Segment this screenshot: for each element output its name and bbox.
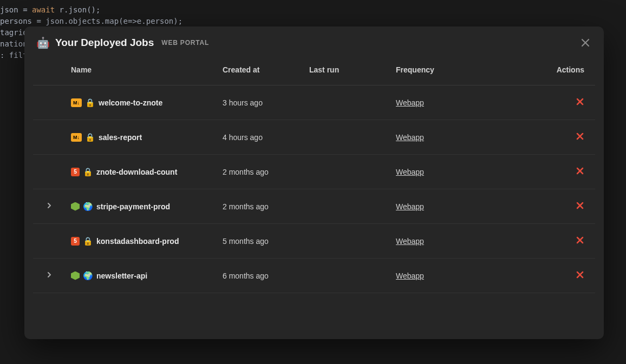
expand-cell[interactable] (33, 189, 66, 224)
lock-icon: 🔒 (83, 236, 93, 246)
jobs-table-wrap: Name Created at Last run Frequency Actio… (24, 54, 604, 339)
job-name: welcome-to-znote (99, 98, 162, 107)
job-name: konstadashboard-prod (96, 237, 179, 246)
table-row: 5🔒znote-download-count2 months agoWebapp (33, 155, 595, 189)
frequency-cell: Webapp (390, 120, 551, 155)
last-run (304, 85, 390, 120)
jobs-table: Name Created at Last run Frequency Actio… (33, 59, 595, 293)
last-run (304, 224, 390, 259)
expand-cell (33, 224, 66, 259)
col-name: Name (66, 59, 217, 85)
close-icon (581, 38, 590, 48)
name-cell[interactable]: 5🔒znote-download-count (66, 155, 217, 189)
delete-button[interactable] (576, 201, 584, 210)
table-row: 🌍newsletter-api6 months agoWebapp (33, 259, 595, 293)
created-at: 2 months ago (217, 155, 304, 189)
last-run (304, 120, 390, 155)
close-button[interactable] (579, 36, 592, 49)
frequency-cell: Webapp (390, 189, 551, 224)
actions-cell (551, 120, 595, 155)
last-run (304, 189, 390, 224)
deployed-jobs-modal: 🤖 Your Deployed Jobs WEB PORTAL Name Cre… (24, 27, 604, 339)
actions-cell (551, 155, 595, 189)
col-frequency: Frequency (390, 59, 551, 85)
table-row: 🌍stripe-payment-prod2 months agoWebapp (33, 189, 595, 224)
node-icon (71, 202, 80, 211)
actions-cell (551, 259, 595, 293)
expand-cell[interactable] (33, 259, 66, 293)
col-expand (33, 59, 66, 85)
table-row: M↓🔒sales-report4 hours agoWebapp (33, 120, 595, 155)
job-name: sales-report (99, 133, 142, 142)
col-lastrun: Last run (304, 59, 390, 85)
last-run (304, 155, 390, 189)
modal-header: 🤖 Your Deployed Jobs WEB PORTAL (24, 27, 604, 54)
col-created: Created at (217, 59, 304, 85)
globe-icon: 🌍 (83, 202, 93, 211)
lock-icon: 🔒 (85, 98, 95, 108)
name-cell[interactable]: 🌍newsletter-api (66, 259, 217, 293)
actions-cell (551, 224, 595, 259)
frequency-cell: Webapp (390, 155, 551, 189)
expand-cell (33, 120, 66, 155)
last-run (304, 259, 390, 293)
markdown-icon: M↓ (71, 133, 82, 142)
table-row: 5🔒konstadashboard-prod5 months agoWebapp (33, 224, 595, 259)
created-at: 2 months ago (217, 189, 304, 224)
frequency-cell: Webapp (390, 224, 551, 259)
created-at: 6 months ago (217, 259, 304, 293)
markdown-icon: M↓ (71, 98, 82, 107)
created-at: 4 hours ago (217, 120, 304, 155)
job-name: newsletter-api (96, 272, 147, 280)
delete-button[interactable] (576, 167, 584, 175)
webapp-link[interactable]: Webapp (396, 202, 424, 211)
created-at: 5 months ago (217, 224, 304, 259)
expand-cell (33, 155, 66, 189)
job-name: stripe-payment-prod (96, 202, 170, 211)
expand-cell (33, 85, 66, 120)
actions-cell (551, 189, 595, 224)
job-name: znote-download-count (96, 168, 177, 176)
webapp-link[interactable]: Webapp (396, 272, 424, 280)
html5-icon: 5 (71, 237, 80, 246)
lock-icon: 🔒 (85, 133, 95, 142)
name-cell[interactable]: M↓🔒welcome-to-znote (66, 85, 217, 120)
name-cell[interactable]: 5🔒konstadashboard-prod (66, 224, 217, 259)
frequency-cell: Webapp (390, 259, 551, 293)
name-cell[interactable]: M↓🔒sales-report (66, 120, 217, 155)
webapp-link[interactable]: Webapp (396, 168, 424, 176)
modal-title: Your Deployed Jobs (55, 37, 154, 49)
webapp-link[interactable]: Webapp (396, 133, 424, 142)
delete-button[interactable] (576, 236, 584, 244)
robot-icon: 🤖 (36, 36, 50, 49)
frequency-cell: Webapp (390, 85, 551, 120)
html5-icon: 5 (71, 168, 80, 176)
delete-button[interactable] (576, 132, 584, 141)
globe-icon: 🌍 (83, 271, 93, 281)
delete-button[interactable] (576, 97, 584, 106)
created-at: 3 hours ago (217, 85, 304, 120)
webapp-link[interactable]: Webapp (396, 237, 424, 246)
modal-subtitle: WEB PORTAL (161, 39, 209, 47)
col-actions: Actions (551, 59, 595, 85)
chevron-right-icon (45, 271, 53, 279)
node-icon (71, 272, 80, 280)
webapp-link[interactable]: Webapp (396, 98, 424, 107)
chevron-right-icon (45, 202, 53, 209)
delete-button[interactable] (576, 270, 584, 279)
table-row: M↓🔒welcome-to-znote3 hours agoWebapp (33, 85, 595, 120)
lock-icon: 🔒 (83, 167, 93, 177)
actions-cell (551, 85, 595, 120)
name-cell[interactable]: 🌍stripe-payment-prod (66, 189, 217, 224)
